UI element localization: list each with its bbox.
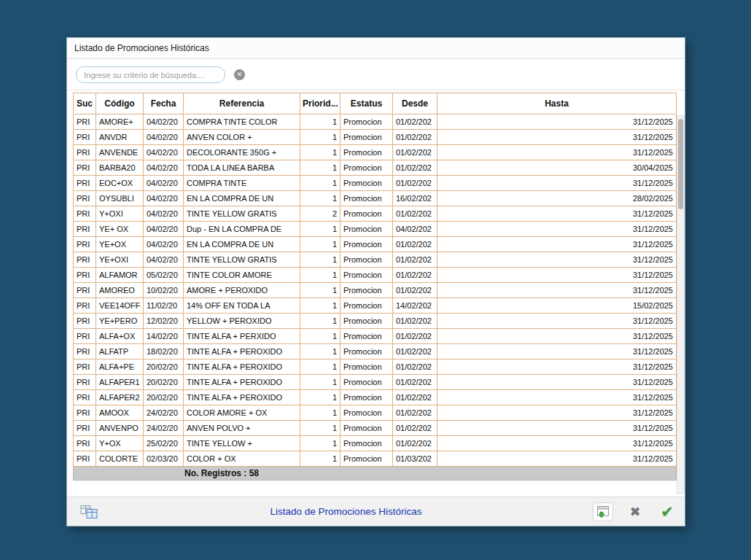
- table-row[interactable]: PRIALFATP18/02/20TINTE ALFA + PEROXIDO1P…: [74, 344, 677, 359]
- table-row[interactable]: PRIAMORE+04/02/20COMPRA TINTE COLOR1Prom…: [74, 114, 677, 130]
- cell-referencia: TINTE ALFA + PEROXIDO: [184, 359, 300, 375]
- clear-search-button[interactable]: ✕: [234, 69, 245, 80]
- table-row[interactable]: PRIALFAPER120/02/20TINTE ALFA + PEROXIDO…: [74, 375, 677, 390]
- column-header-estatus[interactable]: Estatus: [341, 93, 393, 114]
- table-row[interactable]: PRIYE+OXI04/02/20TINTE YELLOW GRATIS1Pro…: [74, 252, 677, 268]
- cell-desde: 01/02/202: [393, 268, 437, 283]
- cell-fecha: 10/02/20: [144, 283, 184, 298]
- table-row[interactable]: PRIAMOREO10/02/20AMORE + PEROXIDO1Promoc…: [74, 283, 677, 298]
- close-circle-icon: ✕: [237, 71, 243, 78]
- cell-referencia: COLOR + OX: [184, 451, 300, 467]
- cell-estatus: Promocion: [341, 359, 393, 375]
- cell-codigo: ALFAPER2: [96, 390, 144, 405]
- cell-suc: PRI: [74, 252, 96, 268]
- cell-fecha: 25/02/20: [144, 436, 184, 451]
- cell-suc: PRI: [74, 237, 96, 252]
- column-header-prioridad[interactable]: Priorid...: [300, 93, 341, 114]
- column-header-codigo[interactable]: Código: [96, 93, 144, 114]
- cell-codigo: COLORTE: [96, 451, 144, 467]
- accept-button[interactable]: ✔: [657, 502, 677, 521]
- grid-footer: No. Registros : 58: [73, 467, 677, 481]
- table-row[interactable]: PRIANVENDE04/02/20DECOLORANTE 350G +1Pro…: [74, 145, 677, 160]
- table-row[interactable]: PRIY+OXI04/02/20TINTE YELLOW GRATIS2Prom…: [74, 206, 677, 222]
- cell-hasta: 31/12/2025: [437, 436, 677, 451]
- cell-prioridad: 1: [300, 421, 341, 436]
- cell-codigo: AMOREO: [96, 283, 144, 298]
- table-row[interactable]: PRIYE+ OX04/02/20Dup - EN LA COMPRA DE1P…: [74, 222, 677, 237]
- cell-suc: PRI: [74, 268, 96, 283]
- table-row[interactable]: PRIVEE14OFF11/02/2014% OFF EN TODA LA1Pr…: [74, 298, 677, 314]
- vertical-scrollbar[interactable]: [677, 115, 685, 494]
- table-row[interactable]: PRIY+OX25/02/20TINTE YELLOW +1Promocion0…: [74, 436, 677, 451]
- cell-estatus: Promocion: [341, 160, 393, 176]
- cell-referencia: TODA LA LINEA BARBA: [184, 160, 300, 176]
- table-row[interactable]: PRIYE+OX04/02/20EN LA COMPRA DE UN1Promo…: [74, 237, 677, 252]
- cell-suc: PRI: [74, 145, 96, 160]
- table-row[interactable]: PRIAMOOX24/02/20COLOR AMORE + OX1Promoci…: [74, 405, 677, 421]
- table-row[interactable]: PRIALFA+OX14/02/20TINTE ALFA + PERXIDO1P…: [74, 329, 677, 344]
- cell-hasta: 31/12/2025: [437, 390, 677, 405]
- window-title: Listado de Promociones Históricas: [74, 43, 209, 53]
- column-header-referencia[interactable]: Referencia: [184, 93, 300, 114]
- cancel-button[interactable]: ✖: [625, 502, 645, 521]
- table-row[interactable]: PRIALFAPER220/02/20TINTE ALFA + PEROXIDO…: [74, 390, 677, 405]
- table-row[interactable]: PRIOYSUBLI04/02/20EN LA COMPRA DE UN1Pro…: [74, 191, 677, 206]
- export-button[interactable]: [593, 502, 613, 521]
- table-row[interactable]: PRIANVENPO24/02/20ANVEN POLVO +1Promocio…: [74, 421, 677, 436]
- cell-desde: 01/02/202: [393, 114, 437, 130]
- cell-prioridad: 1: [300, 390, 341, 405]
- table-row[interactable]: PRIALFAMOR05/02/20TINTE COLOR AMORE1Prom…: [74, 268, 677, 283]
- cell-codigo: ALFA+OX: [96, 329, 144, 344]
- grid-view-button[interactable]: [79, 502, 99, 521]
- grid-icon: [80, 505, 98, 519]
- cell-desde: 01/02/202: [393, 252, 437, 268]
- cell-suc: PRI: [74, 222, 96, 237]
- record-count: No. Registros : 58: [184, 468, 259, 478]
- cell-codigo: ALFATP: [96, 344, 144, 359]
- cell-suc: PRI: [74, 375, 96, 390]
- table-row[interactable]: PRIANVDR04/02/20ANVEN COLOR +1Promocion0…: [74, 130, 677, 145]
- cell-estatus: Promocion: [341, 222, 393, 237]
- table-row[interactable]: PRICOLORTE02/03/20COLOR + OX1Promocion01…: [74, 451, 677, 467]
- cell-fecha: 05/02/20: [144, 268, 184, 283]
- column-header-suc[interactable]: Suc: [74, 93, 96, 114]
- scrollbar-thumb[interactable]: [678, 119, 683, 209]
- cell-hasta: 31/12/2025: [437, 359, 677, 375]
- check-icon: ✔: [661, 503, 674, 521]
- cell-suc: PRI: [74, 421, 96, 436]
- table-row[interactable]: PRIBARBA2004/02/20TODA LA LINEA BARBA1Pr…: [74, 160, 677, 176]
- search-input[interactable]: [76, 66, 225, 83]
- cell-desde: 04/02/202: [393, 222, 437, 237]
- cell-referencia: TINTE YELLOW +: [184, 436, 300, 451]
- cell-fecha: 02/03/20: [144, 451, 184, 467]
- cell-referencia: TINTE YELLOW GRATIS: [184, 252, 300, 268]
- table-row[interactable]: PRIYE+PERO12/02/20YELLOW + PEROXIDO1Prom…: [74, 314, 677, 329]
- cell-fecha: 20/02/20: [144, 390, 184, 405]
- column-header-desde[interactable]: Desde: [393, 93, 437, 114]
- cell-referencia: TINTE ALFA + PEROXIDO: [184, 344, 300, 359]
- grid-header-row: SucCódigoFechaReferenciaPriorid...Estatu…: [74, 93, 677, 114]
- action-buttons: ✖ ✔: [593, 502, 677, 521]
- cell-hasta: 31/12/2025: [437, 114, 677, 130]
- cell-estatus: Promocion: [341, 314, 393, 329]
- cell-codigo: OYSUBLI: [96, 191, 144, 206]
- cell-fecha: 04/02/20: [144, 176, 184, 191]
- cell-codigo: YE+ OX: [96, 222, 144, 237]
- cell-prioridad: 1: [300, 237, 341, 252]
- cell-estatus: Promocion: [341, 329, 393, 344]
- table-row[interactable]: PRIEOC+OX04/02/20COMPRA TINTE1Promocion0…: [74, 176, 677, 191]
- cell-referencia: TINTE YELLOW GRATIS: [184, 206, 300, 222]
- cell-desde: 14/02/202: [393, 298, 437, 314]
- cell-fecha: 04/02/20: [144, 130, 184, 145]
- cell-fecha: 04/02/20: [144, 191, 184, 206]
- cell-prioridad: 1: [300, 329, 341, 344]
- column-header-hasta[interactable]: Hasta: [437, 93, 677, 114]
- cell-referencia: COMPRA TINTE: [184, 176, 300, 191]
- cell-hasta: 31/12/2025: [437, 222, 677, 237]
- cell-estatus: Promocion: [341, 252, 393, 268]
- column-header-fecha[interactable]: Fecha: [144, 93, 184, 114]
- cell-estatus: Promocion: [341, 237, 393, 252]
- table-row[interactable]: PRIALFA+PE20/02/20TINTE ALFA + PEROXIDO1…: [74, 359, 677, 375]
- cell-desde: 01/02/202: [393, 344, 437, 359]
- cell-desde: 01/02/202: [393, 405, 437, 421]
